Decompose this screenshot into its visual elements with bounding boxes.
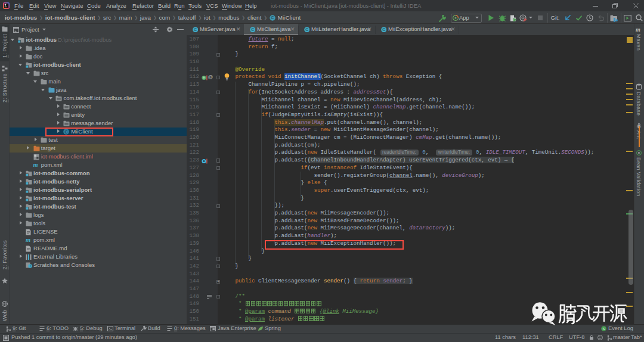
svg-text:S: S	[602, 327, 605, 331]
svg-text:C: C	[382, 27, 385, 32]
svg-text:C: C	[194, 27, 197, 32]
svg-text:C: C	[251, 27, 254, 32]
svg-text:C: C	[305, 27, 308, 32]
svg-text:C: C	[271, 15, 274, 20]
